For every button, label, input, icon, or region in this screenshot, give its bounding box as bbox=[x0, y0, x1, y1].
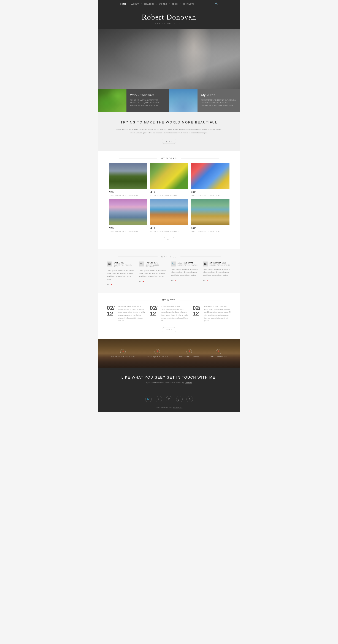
whatido-more-3[interactable]: more ● bbox=[171, 279, 176, 281]
whatido-titles-4: EUISMOD DES DOLORE AUTEM MAGNA bbox=[210, 262, 230, 266]
work-image-2[interactable] bbox=[150, 163, 188, 189]
work-year-4: 2015 bbox=[109, 227, 147, 230]
intro-more-button[interactable]: MORE bbox=[162, 139, 176, 144]
news-more-button[interactable]: MORE bbox=[162, 327, 176, 332]
news-content-2: Lorem ipsum dolor sit amet, consectetur … bbox=[161, 305, 188, 322]
news-date-2: 02/ 12 bbox=[150, 305, 158, 322]
nav-contacts[interactable]: CONTACTS bbox=[182, 3, 194, 5]
work-image-4[interactable] bbox=[109, 199, 147, 225]
work-desc-6: SED UT PERSPICIATIS UNDE OMNIS bbox=[191, 230, 230, 232]
news-more-wrap: MORE bbox=[107, 327, 231, 332]
navbar: HOME / ABOUT / SERVICES / WORKS / BLOG /… bbox=[98, 0, 240, 8]
news-content-1: Consectetur adipiscing elit, sed do eius… bbox=[118, 305, 146, 322]
nav-works[interactable]: WORKS bbox=[159, 3, 167, 5]
search-input[interactable] bbox=[200, 3, 214, 5]
site-subtitle: ARTIST PORTFOLIO bbox=[102, 22, 236, 24]
footer-text: Robert Donovan © 2014 Privacy policy bbox=[109, 407, 230, 408]
whatido-icon-2: ✏ bbox=[139, 262, 144, 266]
hero-section bbox=[98, 28, 240, 89]
whatido-text-3: Lorem ipsum dolor sit amet, consectetur … bbox=[171, 268, 199, 276]
nav-about[interactable]: ABOUT bbox=[131, 3, 139, 5]
site-name: Robert Donovan bbox=[102, 13, 236, 21]
twitter-icon[interactable]: 🐦 bbox=[145, 396, 152, 402]
nav-home[interactable]: HOME bbox=[120, 3, 126, 5]
google-plus-icon[interactable]: g+ bbox=[176, 396, 182, 402]
whatido-more-4[interactable]: more ● bbox=[203, 279, 208, 281]
news-content-3: Massa-dolor sit amet, consectetur adipis… bbox=[204, 305, 231, 322]
contact-item-2: 📍 CONTACT@DMOLINK.ORG bbox=[146, 349, 168, 358]
privacy-policy-link[interactable]: Privacy policy bbox=[173, 407, 182, 408]
whatido-icon-row-4: 🖼 EUISMOD DES DOLORE AUTEM MAGNA bbox=[203, 262, 231, 266]
whatido-title-2: IPSUM SIT bbox=[146, 262, 167, 264]
nav-sep-4: / bbox=[169, 3, 170, 5]
contact-item-4: 📍 FAX: +1 800 889 9898 bbox=[210, 349, 228, 358]
work-item: 2015 SED UT PERSPICIATIS UNDE OMNIS bbox=[150, 163, 188, 196]
work-item: 2015 SED UT PERSPICIATIS UNDE OMNIS bbox=[191, 163, 230, 196]
nav-blog[interactable]: BLOG bbox=[172, 3, 178, 5]
vision-image bbox=[169, 89, 198, 112]
work-image-6[interactable] bbox=[191, 199, 230, 225]
whatido-item-2: ✏ IPSUM SIT NAMMA AUTEM VELOMED Lorem ip… bbox=[139, 262, 167, 286]
news-item-2: 02/ 12 Lorem ipsum dolor sit amet, conse… bbox=[150, 305, 188, 322]
contact-bar-overlay: 📍 NEW YORK 9870 ST VINCENT 📍 CONTACT@DMO… bbox=[98, 339, 240, 368]
nav-sep-1: / bbox=[128, 3, 129, 5]
search-icon[interactable]: 🔍 bbox=[215, 2, 218, 5]
whatido-subtitle-1: QUIS AUTEM VEL EUM IURE bbox=[114, 264, 135, 268]
vision-text: CONSECTETUR ADIPISCING ELIT, SED DO EIUS… bbox=[201, 99, 236, 107]
nav-services[interactable]: SERVICES bbox=[144, 3, 154, 5]
work-year-6: 2015 bbox=[191, 227, 230, 230]
whatido-titles-3: LAOREETUM LOREM AUTEM FERTUM bbox=[178, 262, 198, 266]
contact-label-1: NEW YORK 9870 ST VINCENT bbox=[110, 356, 135, 358]
whatido-section: WHAT I DO 🖼 DOLORE QUIS AUTEM VEL EUM IU… bbox=[98, 249, 240, 293]
works-section-title: MY WORKS bbox=[157, 157, 180, 160]
cta-heading: LIKE WHAT YOU SEE? GET IN TOUCH WITH ME. bbox=[109, 376, 230, 380]
work-item: 2015 SED UT PERSPICIATIS UNDE OMNIS bbox=[109, 199, 147, 232]
facebook-icon[interactable]: f bbox=[156, 396, 162, 402]
whatido-more-2[interactable]: more ● bbox=[139, 280, 144, 282]
whatido-icon-4: 🖼 bbox=[203, 262, 208, 266]
news-section-divider: MY NEWS bbox=[118, 292, 220, 305]
whatido-more-1[interactable]: more ● bbox=[107, 283, 112, 285]
work-item: 2015 SED UT PERSPICIATIS UNDE OMNIS bbox=[109, 163, 147, 196]
whatido-icon-row-1: 🖼 DOLORE QUIS AUTEM VEL EUM IURE bbox=[107, 262, 135, 268]
work-desc-2: SED UT PERSPICIATIS UNDE OMNIS bbox=[150, 194, 188, 196]
nav-sep-5: / bbox=[180, 3, 180, 5]
contact-label-3: TELEPHONE: +1 800 605 bbox=[179, 356, 199, 358]
whatido-icon-3: 🔧 bbox=[171, 262, 176, 266]
news-date-3: 02/ 12 bbox=[192, 305, 202, 322]
works-section-divider: MY WORKS bbox=[119, 151, 219, 163]
whatido-grid: 🖼 DOLORE QUIS AUTEM VEL EUM IURE Lorem i… bbox=[107, 262, 231, 286]
whatido-section-title: WHAT I DO bbox=[158, 256, 180, 258]
work-image-1[interactable] bbox=[109, 163, 147, 189]
work-experience-text: DOLOR SIT AMET, CONSECTETUR ADIPISCING E… bbox=[130, 99, 166, 107]
whatido-text-4: Lorem ipsum dolor sit amet, consectetur … bbox=[203, 268, 231, 276]
news-section-title: MY NEWS bbox=[158, 299, 180, 302]
whatido-title-4: EUISMOD DES bbox=[210, 262, 230, 264]
whatido-title-3: LAOREETUM bbox=[178, 262, 198, 264]
work-image-3[interactable] bbox=[191, 163, 230, 189]
work-year-1: 2015 bbox=[109, 191, 147, 194]
all-works-button[interactable]: ALL bbox=[163, 237, 175, 242]
pinterest-icon[interactable]: P bbox=[166, 396, 172, 402]
whatido-subtitle-3: LOREM AUTEM FERTUM bbox=[178, 264, 198, 266]
whatido-title-1: DOLORE bbox=[114, 262, 135, 264]
github-icon[interactable]: ⊙ bbox=[186, 396, 193, 402]
intro-text: Lorem ipsum dolor sit amet, consectetur … bbox=[116, 128, 222, 135]
work-experience-panel: Work Experience DOLOR SIT AMET, CONSECTE… bbox=[126, 89, 169, 112]
work-image-5[interactable] bbox=[150, 199, 188, 225]
contact-label-4: FAX: +1 800 889 9898 bbox=[210, 356, 228, 358]
work-year-3: 2015 bbox=[191, 191, 230, 194]
whatido-icon-row-2: ✏ IPSUM SIT NAMMA AUTEM VELOMED bbox=[139, 262, 167, 268]
work-experience-image bbox=[98, 89, 126, 112]
whatido-text-1: Lorem ipsum dolor sit amet, consectetur … bbox=[107, 269, 135, 281]
intro-section: TRYING TO MAKE THE WORLD MORE BEAUTIFUL … bbox=[98, 112, 240, 151]
contact-pin-icon-4: 📍 bbox=[216, 349, 221, 354]
work-desc-1: SED UT PERSPICIATIS UNDE OMNIS bbox=[109, 194, 147, 196]
news-section: MY NEWS 02/ 12 Consectetur adipiscing el… bbox=[98, 292, 240, 339]
contact-pin-icon-3: 📍 bbox=[186, 349, 192, 354]
contact-pin-icon-1: 📍 bbox=[120, 349, 126, 354]
hero-background bbox=[98, 28, 240, 89]
news-grid: 02/ 12 Consectetur adipiscing elit, sed … bbox=[107, 305, 231, 322]
social-icons-row: 🐦 f P g+ ⊙ bbox=[109, 396, 230, 402]
cta-portfolio-link[interactable]: Portfolio. bbox=[185, 382, 192, 384]
